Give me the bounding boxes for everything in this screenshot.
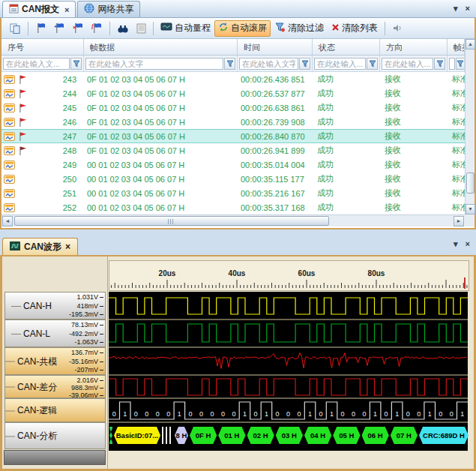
- filter-funnel-icon[interactable]: [456, 58, 465, 70]
- table-row[interactable]: 2440F 01 02 03 04 05 06 07 H00:00:26.537…: [1, 86, 465, 100]
- auto-range-label: 自动量程: [175, 22, 211, 34]
- scale-value: 418mV: [69, 302, 103, 310]
- clear-filter-button[interactable]: 清除过滤: [271, 20, 328, 37]
- frame-data: 0F 01 02 03 04 05 06 07 H: [84, 75, 238, 84]
- table-row[interactable]: 2470F 01 02 03 04 05 06 07 H00:00:26.840…: [1, 129, 465, 143]
- column-header-data[interactable]: 帧数据: [84, 39, 238, 56]
- filter-input[interactable]: [239, 58, 298, 70]
- sequence-number: 251: [28, 189, 84, 198]
- scroll-left-button[interactable]: ◄: [2, 216, 13, 226]
- scroll-down-button[interactable]: ▼: [466, 204, 475, 214]
- scroll-right-button[interactable]: ►: [454, 216, 464, 226]
- auto-range-button[interactable]: 自动量程: [157, 20, 214, 37]
- list-button[interactable]: [133, 20, 150, 37]
- channel-row-5[interactable]: CAN-逻辑: [4, 398, 106, 422]
- analysis-segment-dlc: 8 H: [175, 427, 188, 444]
- channel-row-2[interactable]: CAN-L78.13mV-492.2mV-1.063V: [4, 320, 106, 347]
- tab-can-waveform[interactable]: CAN波形 ×: [2, 238, 78, 255]
- table-filter-row: [1, 56, 465, 72]
- vertical-scrollbar[interactable]: ▲ ▼: [465, 39, 475, 214]
- frame-data: 0F 01 02 03 04 05 06 07 H: [84, 104, 238, 112]
- tab-close-icon[interactable]: ×: [64, 5, 69, 14]
- column-header-seq[interactable]: 序号: [1, 39, 84, 56]
- sequence-number: 248: [28, 146, 84, 155]
- vertical-scroll-thumb[interactable]: [466, 172, 475, 194]
- frame-data: 00 01 02 03 04 05 06 07 H: [84, 189, 238, 198]
- svg-text:0: 0: [232, 410, 235, 418]
- horizontal-scrollbar[interactable]: ◄ ►: [1, 214, 465, 226]
- channel-scale-values: 136.7mV-35.16mV-207mV: [69, 349, 103, 374]
- frame-window-icon: [4, 189, 15, 198]
- globe-icon: [84, 3, 94, 16]
- filter-funnel-icon[interactable]: [299, 58, 310, 70]
- frame-type: 标准帧: [448, 74, 465, 85]
- table-body: 2430F 01 02 03 04 05 06 07 H00:00:26.436…: [1, 72, 465, 214]
- report-icon: [9, 4, 19, 16]
- top-window-buttons: ▾ ×: [454, 4, 470, 14]
- sequence-number: 249: [28, 160, 84, 170]
- table-row[interactable]: 25200 01 02 03 04 05 06 07 H00:00:35.317…: [1, 200, 465, 214]
- clear-list-button[interactable]: 清除列表: [328, 20, 382, 37]
- filter-funnel-icon[interactable]: [224, 58, 235, 70]
- filter-input[interactable]: [449, 58, 455, 70]
- scroll-up-button[interactable]: ▲: [466, 39, 475, 50]
- filter-cell: [1, 56, 84, 72]
- svg-text:1: 1: [123, 410, 127, 418]
- table-row[interactable]: 2460F 01 02 03 04 05 06 07 H00:00:26.739…: [1, 115, 465, 129]
- filter-funnel-icon[interactable]: [367, 58, 378, 70]
- tab-network-share[interactable]: 网络共享: [77, 1, 140, 17]
- column-header-direction[interactable]: 方向: [380, 39, 448, 56]
- filter-input[interactable]: [85, 58, 223, 70]
- table-row[interactable]: 24900 01 02 03 04 05 06 07 H00:00:35.014…: [1, 158, 465, 172]
- frame-time: 00:00:35.216 167: [238, 189, 313, 198]
- channel-row-6[interactable]: CAN-分析: [4, 422, 106, 449]
- svg-text:0: 0: [417, 410, 421, 418]
- scale-value: 2.016V: [69, 376, 103, 384]
- flag-button[interactable]: [31, 20, 50, 37]
- frame-window-icon: [4, 203, 15, 212]
- search-button[interactable]: [113, 20, 133, 37]
- panel-menu-icon[interactable]: ▾: [454, 4, 458, 14]
- panel-close-icon[interactable]: ×: [466, 4, 470, 14]
- panel-menu-icon[interactable]: ▾: [454, 239, 458, 249]
- svg-text:1: 1: [428, 410, 432, 418]
- svg-text:20us: 20us: [159, 269, 176, 278]
- frame-type: 标准帧: [448, 173, 465, 184]
- clear-flags-button[interactable]: /: [88, 20, 106, 37]
- tab-can-messages[interactable]: CAN报文 ×: [2, 1, 76, 17]
- sound-button[interactable]: [388, 20, 406, 37]
- channel-row-4[interactable]: CAN-差分2.016V988.3mV-39.06mV: [4, 375, 106, 398]
- filter-input[interactable]: [314, 58, 366, 70]
- column-header-status[interactable]: 状态: [313, 39, 380, 56]
- table-row[interactable]: 2480F 01 02 03 04 05 06 07 H00:00:26.941…: [1, 143, 465, 158]
- filter-funnel-icon[interactable]: [70, 58, 82, 70]
- scale-value: 988.3mV: [69, 384, 103, 392]
- frame-time: 00:00:26.739 908: [238, 118, 313, 127]
- panel-close-icon[interactable]: ×: [466, 239, 470, 249]
- column-header-time[interactable]: 时间: [238, 39, 313, 56]
- channel-scale-values: 78.13mV-492.2mV-1.063V: [69, 321, 103, 346]
- remove-flag-button[interactable]: ×: [69, 20, 88, 37]
- copy-button[interactable]: [5, 20, 25, 37]
- column-header-frametype[interactable]: 帧类型: [448, 39, 465, 56]
- tab-close-icon[interactable]: ×: [65, 242, 70, 252]
- analysis-segment-data: 04 H: [304, 427, 331, 444]
- filter-input[interactable]: [3, 58, 70, 70]
- filter-funnel-icon[interactable]: [434, 58, 445, 70]
- channel-row-1[interactable]: CAN-H1.031V418mV-195.3mV: [4, 292, 106, 320]
- auto-scroll-button[interactable]: 自动滚屏: [214, 20, 271, 37]
- filter-input[interactable]: [382, 58, 433, 70]
- channel-row-3[interactable]: CAN-共模136.7mV-35.16mV-207mV: [4, 347, 106, 375]
- horizontal-scroll-thumb[interactable]: [14, 216, 329, 226]
- table-row[interactable]: 25000 01 02 03 04 05 06 07 H00:00:35.115…: [1, 172, 465, 186]
- add-flag-button[interactable]: +: [50, 20, 69, 37]
- filter-cell: [238, 56, 313, 72]
- svg-text:0: 0: [210, 410, 214, 418]
- frame-status: 成功: [313, 188, 380, 199]
- analysis-segment-id: BasicID:07...: [114, 427, 160, 444]
- table-row[interactable]: 2450F 01 02 03 04 05 06 07 H00:00:26.638…: [1, 100, 465, 115]
- table-row[interactable]: 2430F 01 02 03 04 05 06 07 H00:00:26.436…: [1, 72, 465, 86]
- table-row[interactable]: 25100 01 02 03 04 05 06 07 H00:00:35.216…: [1, 186, 465, 200]
- frame-type: 标准帧: [448, 116, 465, 128]
- frame-time: 00:00:26.436 851: [238, 75, 313, 84]
